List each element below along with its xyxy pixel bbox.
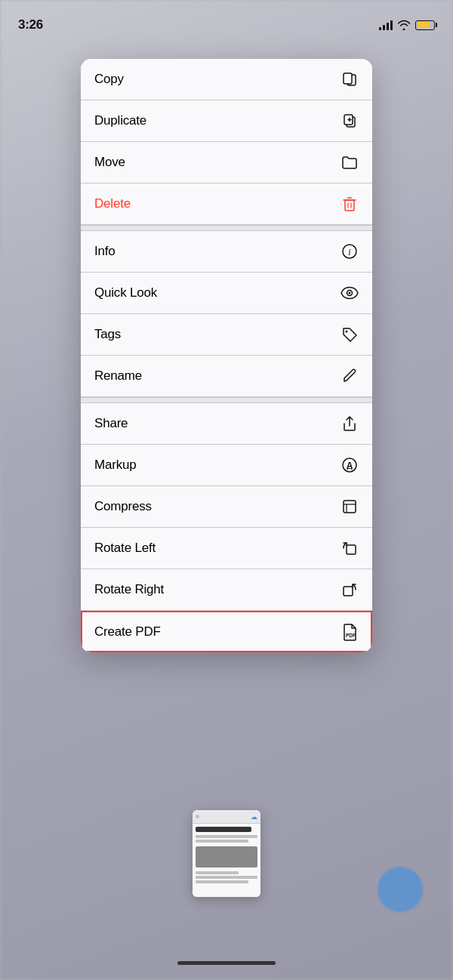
copy-icon [341,71,359,88]
menu-item-rename[interactable]: Rename [81,356,372,397]
status-time: 3:26 [18,17,43,32]
svg-point-14 [349,292,351,294]
blue-circle-decoration [378,867,423,912]
wifi-icon [397,20,411,30]
thumbnail-header: ☁ [193,810,260,824]
share-icon [341,415,359,432]
menu-item-rename-label: Rename [94,368,142,384]
menu-item-quick-look-label: Quick Look [94,285,157,300]
svg-rect-22 [344,587,353,596]
menu-item-move-label: Move [94,155,125,170]
status-bar: 3:26 ⚡ [0,0,453,41]
menu-item-rotate-right[interactable]: Rotate Right [81,569,372,611]
menu-item-create-pdf-label: Create PDF [94,624,161,639]
trash-icon [341,196,359,212]
signal-icon [379,20,393,30]
menu-item-duplicate-label: Duplicate [94,113,146,128]
menu-item-compress-label: Compress [94,499,152,514]
menu-item-markup-label: Markup [94,458,137,473]
menu-item-rotate-left-label: Rotate Left [94,541,156,556]
menu-item-delete-label: Delete [94,196,131,211]
pencil-icon [341,368,359,384]
thumbnail-body [193,824,260,897]
svg-text:i: i [348,247,350,257]
status-icons: ⚡ [379,20,435,30]
battery-icon: ⚡ [415,20,435,30]
menu-item-copy[interactable]: Copy [81,59,372,100]
menu-item-share[interactable]: Share [81,403,372,445]
menu-item-compress[interactable]: Compress [81,486,372,528]
markup-icon: A [341,457,359,473]
svg-text:PDF: PDF [346,633,356,638]
home-indicator [177,961,276,965]
menu-item-share-label: Share [94,416,128,431]
menu-item-rotate-right-label: Rotate Right [94,582,164,597]
menu-item-move[interactable]: Move [81,142,372,183]
folder-icon [341,155,359,170]
file-thumbnail: ☁ [193,810,260,897]
context-menu: Copy Duplicate Move Del [81,59,372,652]
svg-rect-1 [344,73,352,84]
menu-item-markup[interactable]: Markup A [81,445,372,486]
cloud-icon: ☁ [251,813,257,821]
menu-item-tags-label: Tags [94,327,121,342]
compress-icon [341,498,359,515]
info-icon: i [341,243,359,260]
pdf-icon: PDF [341,623,359,641]
menu-item-quick-look[interactable]: Quick Look [81,273,372,314]
menu-separator-2 [81,397,372,403]
svg-rect-21 [347,545,356,554]
menu-item-info-label: Info [94,244,116,259]
menu-item-copy-label: Copy [94,72,124,87]
svg-rect-18 [344,501,356,513]
menu-item-create-pdf[interactable]: Create PDF PDF [81,611,372,652]
menu-item-delete[interactable]: Delete [81,183,372,225]
rotate-left-icon [341,540,359,556]
menu-separator-1 [81,225,372,231]
menu-item-duplicate[interactable]: Duplicate [81,100,372,142]
menu-item-tags[interactable]: Tags [81,314,372,356]
menu-item-rotate-left[interactable]: Rotate Left [81,528,372,569]
menu-item-info[interactable]: Info i [81,231,372,273]
duplicate-icon [341,112,359,129]
svg-rect-6 [345,200,354,211]
tag-icon [341,326,359,343]
rotate-right-icon [341,581,359,598]
eye-icon [341,286,359,300]
svg-point-15 [346,331,348,333]
